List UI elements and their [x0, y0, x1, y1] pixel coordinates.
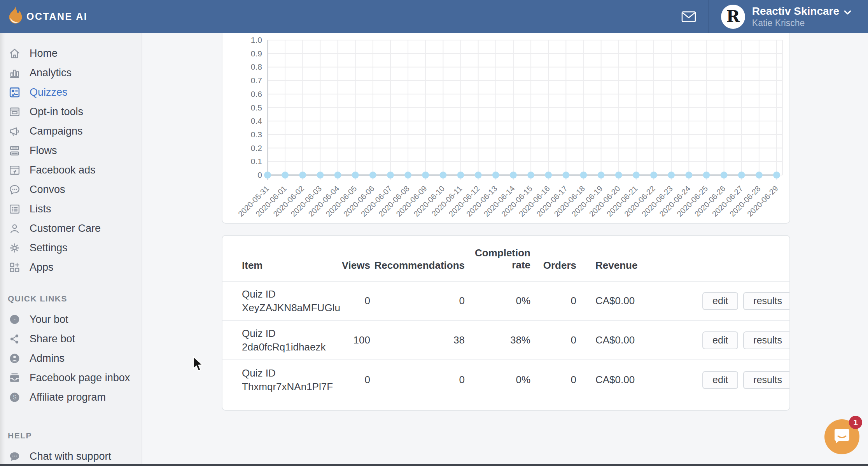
brand-title: OCTANE AI: [26, 11, 88, 22]
support-chat-icon: [8, 450, 21, 463]
results-button[interactable]: results: [743, 371, 790, 389]
edit-button[interactable]: edit: [702, 292, 738, 310]
sidebar-item-your-bot[interactable]: Your bot: [0, 310, 142, 329]
sidebar-item-facebook-page-inbox[interactable]: Facebook page inbox: [0, 368, 142, 387]
apps-grid-icon: [8, 261, 21, 274]
top-navbar: OCTANE AI R Reactiv Skincare Katie Krisc…: [0, 0, 868, 33]
sidebar-label: Your bot: [30, 314, 68, 326]
table-row: Quiz ID 2da0fcRq1idhaezk 100 38 38% 0 CA…: [222, 321, 789, 360]
orders-value: 0: [530, 334, 576, 346]
sidebar-item-affiliate-program[interactable]: $ Affiliate program: [0, 387, 142, 407]
admin-person-icon: [8, 352, 21, 365]
sidebar-label: Settings: [30, 242, 68, 254]
row-actions: edit results embed: [649, 331, 790, 349]
svg-text:1.0: 1.0: [251, 35, 262, 44]
analytics-icon: [8, 66, 21, 79]
col-header-item: Item: [242, 259, 339, 272]
optin-tools-icon: [8, 105, 21, 118]
results-button[interactable]: results: [743, 331, 790, 349]
col-header-views: Views: [339, 259, 370, 272]
sidebar-label: Convos: [30, 184, 65, 196]
mail-icon[interactable]: [681, 11, 696, 23]
row-actions: edit results embed: [649, 292, 790, 310]
help-heading: HELP: [0, 431, 142, 440]
intercom-chat-icon: [833, 427, 851, 446]
quizzes-icon: [8, 86, 21, 99]
svg-text:0.5: 0.5: [251, 103, 262, 112]
chevron-down-icon: [844, 6, 851, 17]
sidebar-label: Affiliate program: [30, 391, 106, 403]
sidebar-label: Share bot: [30, 333, 75, 345]
flame-logo-icon: [5, 5, 23, 28]
recommendations-value: 0: [370, 295, 465, 307]
sidebar-label: Campaigns: [30, 125, 83, 137]
orders-value: 0: [530, 374, 576, 386]
sidebar-item-opt-in-tools[interactable]: Opt-in tools: [0, 102, 142, 121]
svg-text:0.8: 0.8: [251, 62, 262, 71]
views-value: 100: [339, 334, 370, 346]
quiz-item-prefix: Quiz ID: [242, 287, 339, 301]
svg-text:0.3: 0.3: [251, 130, 262, 139]
sidebar-item-campaigns[interactable]: Campaigns: [0, 121, 142, 141]
svg-text:$: $: [12, 394, 16, 401]
home-icon: [8, 47, 21, 60]
chat-bubble-icon: [8, 183, 21, 196]
recommendations-value: 38: [370, 334, 465, 346]
sidebar-label: Admins: [30, 352, 65, 364]
completion-rate-value: 38%: [465, 334, 530, 346]
table-row: Quiz ID Thxmqr7xNAn1Pl7F 0 0 0% 0 CA$0.0…: [222, 360, 789, 399]
inbox-icon: [8, 371, 21, 384]
row-actions: edit results embed: [649, 371, 790, 389]
quiz-item-id: XeyZAJKN8aMFUGlu: [242, 301, 339, 314]
svg-text:0.7: 0.7: [251, 76, 262, 85]
quiz-item-name: Quiz ID Thxmqr7xNAn1Pl7F: [242, 366, 339, 393]
sidebar-label: Opt-in tools: [30, 106, 83, 118]
quiz-stats-chart-card: 00.10.20.30.40.50.60.70.80.91.02020-05-3…: [222, 33, 790, 224]
table-header-row: Item Views Recommendations Completion ra…: [222, 236, 789, 282]
sidebar-item-quizzes[interactable]: Quizzes: [0, 82, 142, 102]
revenue-value: CA$0.00: [576, 374, 649, 386]
quiz-item-id: 2da0fcRq1idhaezk: [242, 340, 339, 354]
orders-value: 0: [530, 295, 576, 307]
completion-rate-value: 0%: [465, 374, 530, 386]
octane-ai-logo[interactable]: OCTANE AI: [5, 5, 88, 28]
sidebar-item-apps[interactable]: Apps: [0, 258, 142, 277]
sidebar-label: Lists: [30, 203, 51, 215]
account-menu[interactable]: Reactiv Skincare Katie Krische: [752, 6, 868, 28]
sidebar-item-home[interactable]: Home: [0, 44, 142, 63]
sidebar-item-flows[interactable]: Flows: [0, 141, 142, 160]
flows-icon: [8, 144, 21, 157]
svg-text:0.9: 0.9: [251, 49, 262, 58]
quiz-stats-line-chart: 00.10.20.30.40.50.60.70.80.91.02020-05-3…: [222, 33, 789, 222]
sidebar-item-share-bot[interactable]: Share bot: [0, 329, 142, 349]
quiz-item-prefix: Quiz ID: [242, 327, 339, 340]
col-header-completion-rate: Completion rate: [465, 247, 530, 272]
quiz-item-id: Thxmqr7xNAn1Pl7F: [242, 380, 339, 393]
svg-text:0.1: 0.1: [251, 157, 262, 166]
edit-button[interactable]: edit: [702, 371, 738, 389]
sidebar-item-convos[interactable]: Convos: [0, 180, 142, 199]
workspace-avatar[interactable]: R: [721, 5, 745, 29]
messenger-icon: [8, 313, 21, 326]
sidebar-item-chat-with-support[interactable]: Chat with support: [0, 447, 142, 466]
completion-rate-value: 0%: [465, 295, 530, 307]
sidebar-item-settings[interactable]: Settings: [0, 238, 142, 258]
svg-text:0.6: 0.6: [251, 89, 262, 98]
sidebar-item-facebook-ads[interactable]: Facebook ads: [0, 160, 142, 180]
sidebar-nav: Home Analytics Quizzes: [0, 33, 142, 466]
intercom-launcher-button[interactable]: 1: [824, 419, 859, 454]
quiz-list-card: Item Views Recommendations Completion ra…: [222, 235, 790, 411]
sidebar-item-customer-care[interactable]: Customer Care: [0, 219, 142, 238]
sidebar-item-admins[interactable]: Admins: [0, 349, 142, 368]
window-bottom-edge: [0, 464, 868, 466]
quick-links-heading: QUICK LINKS: [0, 294, 142, 303]
edit-button[interactable]: edit: [702, 331, 738, 349]
col-header-revenue: Revenue: [576, 259, 649, 272]
sidebar-label: Facebook page inbox: [30, 372, 130, 384]
revenue-value: CA$0.00: [576, 295, 649, 307]
sidebar-item-lists[interactable]: Lists: [0, 199, 142, 219]
sidebar-label: Home: [30, 47, 58, 60]
results-button[interactable]: results: [743, 292, 790, 310]
quiz-item-prefix: Quiz ID: [242, 366, 339, 380]
sidebar-item-analytics[interactable]: Analytics: [0, 63, 142, 82]
